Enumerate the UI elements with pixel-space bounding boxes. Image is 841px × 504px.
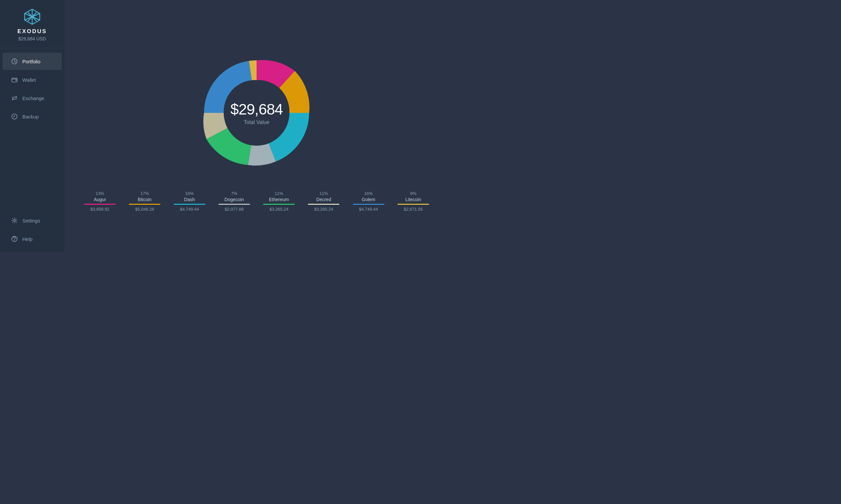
- legend-item-golem: 16% Golem $4,749.44: [346, 191, 391, 212]
- exodus-logo-icon: [23, 8, 41, 25]
- legend-name-bitcoin: Bitcoin: [138, 197, 152, 202]
- help-label: Help: [22, 236, 33, 242]
- sidebar-item-help[interactable]: Help: [3, 230, 62, 247]
- legend-pct-ethereum: 11%: [275, 191, 283, 196]
- legend-bar-decred: [308, 204, 339, 205]
- sidebar-bottom: Settings Help: [0, 211, 64, 252]
- legend-value-decred: $3,265.24: [314, 207, 333, 212]
- settings-icon: [11, 217, 18, 224]
- main-nav: Portfolio Wallet Exchange Backup: [0, 51, 64, 211]
- legend-pct-dogecoin: 7%: [231, 191, 237, 196]
- legend-value-golem: $4,749.44: [359, 207, 378, 212]
- legend-bar-augur: [84, 204, 116, 205]
- donut-chart: $29,684 Total Value: [188, 44, 326, 182]
- legend-value-litecoin: $2,671.56: [404, 207, 423, 212]
- main-content: $29,684 Total Value 13% Augur $3,858.92 …: [64, 0, 449, 252]
- legend-name-decred: Decred: [316, 197, 331, 202]
- portfolio-label: Portfolio: [22, 59, 40, 64]
- exchange-label: Exchange: [22, 95, 44, 101]
- legend-bar-ethereum: [263, 204, 295, 205]
- legend-name-dogecoin: Dogecoin: [224, 197, 244, 202]
- svg-point-12: [14, 240, 15, 241]
- coin-legend: 13% Augur $3,858.92 17% Bitcoin $5,046.2…: [78, 191, 435, 212]
- legend-item-litecoin: 9% Litecoin $2,671.56: [391, 191, 435, 212]
- legend-pct-golem: 16%: [364, 191, 373, 196]
- legend-bar-litecoin: [397, 204, 429, 205]
- sidebar-item-settings[interactable]: Settings: [3, 212, 62, 229]
- legend-pct-litecoin: 9%: [410, 191, 416, 196]
- backup-icon: [11, 113, 18, 120]
- legend-name-dash: Dash: [184, 197, 195, 202]
- legend-name-ethereum: Ethereum: [269, 197, 289, 202]
- wallet-icon: [11, 76, 18, 83]
- legend-bar-golem: [353, 204, 384, 205]
- sidebar-item-backup[interactable]: Backup: [3, 108, 62, 125]
- exchange-icon: [11, 95, 18, 102]
- legend-item-dogecoin: 7% Dogecoin $2,077.88: [212, 191, 257, 212]
- portfolio-usd-value: $29,684 USD: [18, 36, 46, 41]
- legend-item-bitcoin: 17% Bitcoin $5,046.28: [122, 191, 167, 212]
- legend-item-dash: 16% Dash $4,749.44: [167, 191, 212, 212]
- legend-item-decred: 11% Decred $3,265.24: [301, 191, 346, 212]
- sidebar-header: EXODUS $29,684 USD: [0, 0, 64, 48]
- legend-pct-decred: 11%: [319, 191, 328, 196]
- legend-bar-bitcoin: [129, 204, 160, 205]
- legend-value-dash: $4,749.44: [180, 207, 199, 212]
- portfolio-icon: [11, 58, 18, 65]
- backup-label: Backup: [22, 114, 39, 120]
- legend-pct-bitcoin: 17%: [140, 191, 149, 196]
- legend-value-ethereum: $3,265.24: [269, 207, 289, 212]
- sidebar-item-portfolio[interactable]: Portfolio: [3, 53, 62, 70]
- sidebar-item-wallet[interactable]: Wallet: [3, 71, 62, 88]
- wallet-label: Wallet: [22, 77, 36, 83]
- legend-value-bitcoin: $5,046.28: [135, 207, 154, 212]
- sidebar-item-exchange[interactable]: Exchange: [3, 90, 62, 107]
- legend-name-augur: Augur: [93, 197, 106, 202]
- legend-item-ethereum: 11% Ethereum $3,265.24: [257, 191, 301, 212]
- help-icon: [11, 236, 18, 242]
- app-name: EXODUS: [17, 28, 47, 35]
- svg-point-13: [224, 80, 289, 146]
- legend-value-augur: $3,858.92: [90, 207, 109, 212]
- svg-rect-8: [15, 80, 16, 81]
- legend-bar-dash: [174, 204, 205, 205]
- legend-bar-dogecoin: [219, 204, 250, 205]
- settings-label: Settings: [22, 218, 40, 223]
- sidebar: EXODUS $29,684 USD Portfolio Wallet: [0, 0, 64, 252]
- legend-pct-augur: 13%: [96, 191, 104, 196]
- legend-name-litecoin: Litecoin: [406, 197, 421, 202]
- legend-pct-dash: 16%: [185, 191, 194, 196]
- legend-item-augur: 13% Augur $3,858.92: [78, 191, 122, 212]
- svg-point-10: [14, 219, 15, 221]
- legend-value-dogecoin: $2,077.88: [225, 207, 244, 212]
- donut-chart-svg: [188, 44, 326, 182]
- legend-name-golem: Golem: [362, 197, 375, 202]
